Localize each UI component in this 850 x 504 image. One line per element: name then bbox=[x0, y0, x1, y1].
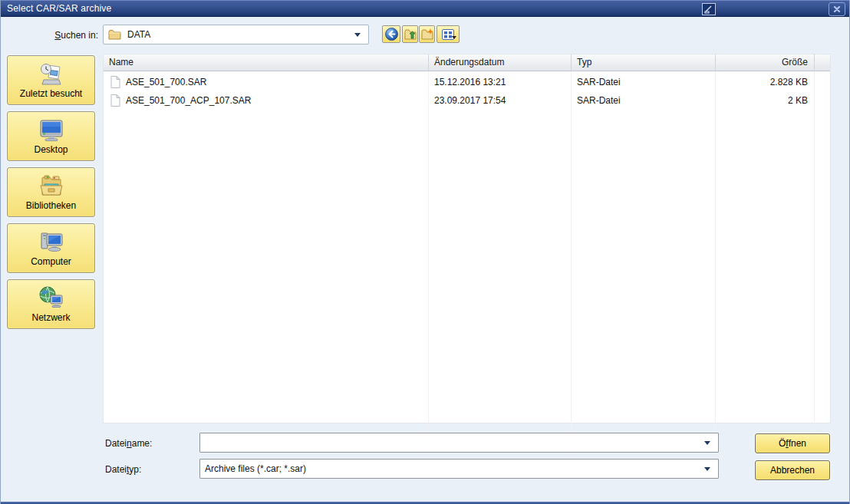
sidebar-item-label: Zuletzt besucht bbox=[8, 88, 94, 99]
file-list: Name Änderungsdatum Typ Größe ASE_501_70… bbox=[103, 54, 831, 423]
filetype-combobox[interactable]: Archive files (*.car; *.sar) bbox=[199, 459, 719, 479]
column-divider bbox=[428, 71, 429, 460]
column-header-size[interactable]: Größe bbox=[716, 54, 815, 71]
chevron-down-icon bbox=[354, 33, 361, 37]
filetype-label: Dateityp: bbox=[105, 464, 141, 475]
column-header-type[interactable]: Typ bbox=[572, 54, 716, 71]
up-one-level-icon bbox=[404, 28, 417, 40]
column-divider bbox=[814, 71, 815, 460]
sidebar-item-libraries[interactable]: Bibliotheken bbox=[7, 167, 95, 217]
up-one-level-button[interactable] bbox=[402, 25, 418, 43]
column-header-name[interactable]: Name bbox=[104, 54, 429, 71]
sidebar-item-computer[interactable]: Computer bbox=[7, 223, 95, 273]
file-type-cell: SAR-Datei bbox=[572, 95, 716, 106]
file-name-cell: ASE_501_700.SAR bbox=[104, 76, 429, 88]
sidebar-item-label: Desktop bbox=[8, 144, 94, 155]
desktop-icon bbox=[8, 116, 94, 145]
file-name-cell: ASE_501_700_ACP_107.SAR bbox=[104, 94, 429, 107]
file-modified-cell: 23.09.2017 17:54 bbox=[429, 95, 572, 106]
sidebar-item-label: Computer bbox=[8, 256, 94, 267]
file-icon bbox=[110, 94, 120, 107]
file-type-cell: SAR-Datei bbox=[572, 77, 716, 87]
filename-label: Dateiname: bbox=[105, 438, 152, 449]
file-list-body: ASE_501_700.SAR 15.12.2016 13:21 SAR-Dat… bbox=[104, 71, 830, 110]
views-menu-button[interactable] bbox=[437, 25, 460, 43]
chevron-down-icon bbox=[704, 441, 710, 445]
filename-combobox[interactable] bbox=[199, 433, 719, 453]
titlebar[interactable]: Select CAR/SAR archive bbox=[1, 0, 849, 17]
sidebar-item-desktop[interactable]: Desktop bbox=[7, 111, 95, 161]
filetype-value: Archive files (*.car; *.sar) bbox=[205, 463, 306, 474]
filename-input[interactable] bbox=[205, 434, 696, 451]
file-size-cell: 2.828 KB bbox=[716, 77, 815, 87]
new-folder-icon bbox=[421, 28, 433, 40]
file-modified-cell: 15.12.2016 13:21 bbox=[429, 77, 572, 87]
sidebar-item-network[interactable]: Netzwerk bbox=[7, 279, 95, 329]
file-row[interactable]: ASE_501_700_ACP_107.SAR 23.09.2017 17:54… bbox=[104, 91, 830, 110]
sidebar-item-label: Netzwerk bbox=[8, 312, 94, 323]
file-icon bbox=[110, 76, 120, 88]
file-row[interactable]: ASE_501_700.SAR 15.12.2016 13:21 SAR-Dat… bbox=[104, 73, 830, 91]
column-header-modified[interactable]: Änderungsdatum bbox=[429, 54, 572, 71]
app-icon bbox=[702, 3, 716, 15]
file-size-cell: 2 KB bbox=[716, 95, 815, 106]
recent-places-icon bbox=[8, 60, 94, 89]
column-header-filler bbox=[815, 54, 830, 71]
cancel-button[interactable]: Abbrechen bbox=[755, 460, 830, 480]
libraries-icon bbox=[8, 172, 94, 201]
file-dialog-window: Select CAR/SAR archive Suchen in: DATA bbox=[0, 0, 850, 504]
chevron-down-icon bbox=[704, 467, 710, 471]
close-button[interactable] bbox=[829, 2, 845, 16]
window-title: Select CAR/SAR archive bbox=[7, 1, 111, 16]
computer-icon bbox=[8, 228, 94, 257]
column-divider bbox=[571, 71, 572, 460]
sidebar-item-label: Bibliotheken bbox=[8, 200, 94, 211]
look-in-combobox[interactable]: DATA bbox=[103, 25, 369, 44]
new-folder-button[interactable] bbox=[419, 25, 435, 43]
look-in-value: DATA bbox=[127, 29, 150, 40]
network-icon bbox=[8, 284, 94, 313]
close-icon bbox=[833, 5, 841, 13]
views-dropdown-arrow-icon bbox=[452, 36, 456, 39]
file-list-header: Name Änderungsdatum Typ Größe bbox=[104, 54, 830, 71]
folder-icon bbox=[108, 29, 121, 40]
look-in-label: Suchen in: bbox=[16, 30, 98, 41]
pen-pad-icon bbox=[704, 5, 713, 14]
back-button[interactable] bbox=[382, 25, 400, 43]
column-divider bbox=[715, 71, 716, 460]
open-button[interactable]: Öffnen bbox=[755, 433, 830, 453]
sidebar-item-recent-places[interactable]: Zuletzt besucht bbox=[7, 55, 95, 105]
back-icon bbox=[385, 28, 398, 41]
